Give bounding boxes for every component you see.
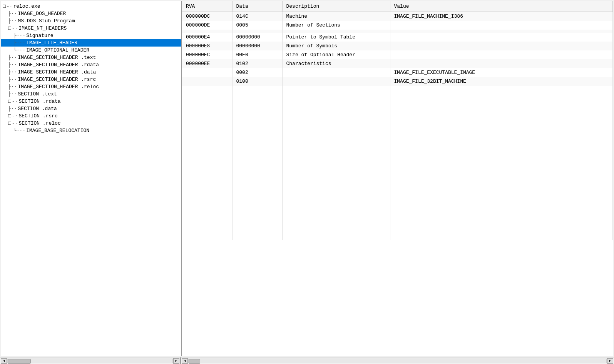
empty-row — [182, 140, 613, 147]
cell-data: 014C — [232, 12, 282, 21]
table-row[interactable]: 000000E400000000Pointer to Symbol Table — [182, 33, 613, 42]
cell-data: 0002 — [232, 68, 282, 77]
col-header-rva: RVA — [182, 1, 232, 12]
connector: -· — [7, 3, 13, 9]
col-header-value: Value — [390, 1, 613, 12]
empty-row — [182, 170, 613, 178]
cell-value — [390, 33, 613, 42]
connector: ├·· — [8, 62, 17, 68]
cell-data: 0102 — [232, 59, 282, 68]
tree-label: IMAGE_SECTION_HEADER .reloc — [18, 84, 99, 90]
connector: ├·· — [8, 18, 17, 24]
connector: -· — [12, 99, 18, 104]
empty-row — [182, 217, 613, 224]
tree-label: reloc.exe — [13, 3, 40, 9]
connector: -· — [12, 25, 18, 31]
cell-data: 00000000 — [232, 33, 282, 42]
tree-item-ms-dos-stub[interactable]: ├··MS-DOS Stub Program — [1, 17, 181, 25]
tree-item-image-nt-headers[interactable]: □-·IMAGE_NT_HEADERS — [1, 25, 181, 32]
cell-data: 00000000 — [232, 42, 282, 50]
empty-row — [182, 232, 613, 240]
expand-icon[interactable]: □ — [8, 99, 11, 104]
tree-label: SECTION .rdata — [18, 99, 60, 104]
empty-row — [182, 117, 613, 124]
tree-label: IMAGE_SECTION_HEADER .rsrc — [18, 77, 96, 82]
right-scroll-thumb[interactable] — [189, 359, 200, 364]
table-row[interactable]: 000000EE0102Characteristics — [182, 59, 613, 68]
connector: ├·· — [8, 106, 17, 112]
table-row[interactable]: 000000EC00E0Size of Optional Header — [182, 50, 613, 59]
cell-rva: 000000E8 — [182, 42, 232, 50]
tree-item-section-data[interactable]: ├··SECTION .data — [1, 105, 181, 112]
tree-item-section-header-data[interactable]: ├··IMAGE_SECTION_HEADER .data — [1, 68, 181, 76]
tree-label: IMAGE_OPTIONAL_HEADER — [26, 47, 89, 53]
cell-rva: 000000E4 — [182, 33, 232, 42]
left-scrollbar[interactable]: ◀ ▶ — [0, 357, 181, 364]
scroll-right-arrow[interactable]: ▶ — [173, 358, 179, 364]
right-scroll-track[interactable] — [188, 359, 607, 363]
cell-rva: 000000EC — [182, 50, 232, 59]
empty-row — [182, 194, 613, 201]
tree-item-image-base-relocation[interactable]: └···IMAGE_BASE_RELOCATION — [1, 127, 181, 134]
expand-icon[interactable]: □ — [8, 120, 11, 126]
empty-row — [182, 224, 613, 232]
expand-icon[interactable]: □ — [8, 113, 11, 119]
tree-label: IMAGE_SECTION_HEADER .text — [18, 55, 96, 60]
right-scrollbar[interactable]: ◀ ▶ — [181, 357, 614, 364]
cell-description — [282, 77, 390, 86]
cell-value — [390, 59, 613, 68]
tree-label: SECTION .reloc — [18, 120, 60, 126]
tree-item-section-header-reloc[interactable]: ├··IMAGE_SECTION_HEADER .reloc — [1, 83, 181, 90]
cell-description: Number of Symbols — [282, 42, 390, 50]
empty-row — [182, 186, 613, 194]
empty-row — [182, 178, 613, 186]
tree-label: IMAGE_SECTION_HEADER .data — [18, 69, 96, 75]
right-scroll-left-arrow[interactable]: ◀ — [182, 358, 188, 364]
table-row[interactable] — [182, 30, 613, 33]
tree-item-image-optional-header[interactable]: └···IMAGE_OPTIONAL_HEADER — [1, 47, 181, 54]
table-row[interactable]: 000000E800000000Number of Symbols — [182, 42, 613, 50]
cell-description: Number of Sections — [282, 21, 390, 30]
tree-item-section-header-text[interactable]: ├··IMAGE_SECTION_HEADER .text — [1, 54, 181, 61]
connector: -· — [12, 120, 18, 126]
right-scroll-right-arrow[interactable]: ▶ — [607, 358, 613, 364]
connector: ├··· — [13, 33, 25, 38]
table-row[interactable]: 0002IMAGE_FILE_EXECUTABLE_IMAGE — [182, 68, 613, 77]
left-scroll-track[interactable] — [7, 359, 173, 363]
empty-row — [182, 201, 613, 209]
main-container: □-·reloc.exe├··IMAGE_DOS_HEADER├··MS-DOS… — [1, 1, 613, 356]
tree-label: IMAGE_DOS_HEADER — [18, 11, 66, 17]
tree-item-image-file-header[interactable]: ├···IMAGE_FILE_HEADER — [1, 39, 181, 47]
tree-item-section-rsrc[interactable]: □-·SECTION .rsrc — [1, 112, 181, 120]
tree-item-signature[interactable]: ├···Signature — [1, 32, 181, 39]
tree-item-section-header-rsrc[interactable]: ├··IMAGE_SECTION_HEADER .rsrc — [1, 76, 181, 83]
tree-item-section-rdata[interactable]: □-·SECTION .rdata — [1, 98, 181, 105]
table-row[interactable]: 000000DE0005Number of Sections — [182, 21, 613, 30]
tree-item-section-text[interactable]: ├··SECTION .text — [1, 90, 181, 98]
cell-rva: 000000DE — [182, 21, 232, 30]
tree-item-section-reloc[interactable]: □-·SECTION .reloc — [1, 120, 181, 127]
left-scroll-thumb[interactable] — [8, 359, 31, 364]
cell-description: Pointer to Symbol Table — [282, 33, 390, 42]
table-row[interactable]: 000000DC014CMachineIMAGE_FILE_MACHINE_I3… — [182, 12, 613, 21]
tree-item-image-dos-header[interactable]: ├··IMAGE_DOS_HEADER — [1, 10, 181, 17]
scroll-left-arrow[interactable]: ◀ — [1, 358, 7, 364]
empty-row — [182, 86, 613, 94]
cell-rva — [182, 30, 232, 33]
empty-row — [182, 155, 613, 163]
tree-label: IMAGE_SECTION_HEADER .rdata — [18, 62, 99, 68]
tree-item-reloc-exe[interactable]: □-·reloc.exe — [1, 3, 181, 10]
table-panel[interactable]: RVA Data Description Value 000000DC014CM… — [182, 1, 613, 356]
tree-panel[interactable]: □-·reloc.exe├··IMAGE_DOS_HEADER├··MS-DOS… — [1, 1, 182, 356]
data-table: RVA Data Description Value 000000DC014CM… — [182, 1, 613, 240]
tree-item-section-header-rdata[interactable]: ├··IMAGE_SECTION_HEADER .rdata — [1, 61, 181, 68]
expand-icon[interactable]: □ — [8, 25, 11, 31]
expand-icon[interactable]: □ — [3, 3, 6, 9]
empty-row — [182, 132, 613, 140]
cell-description: Machine — [282, 12, 390, 21]
tree-label: IMAGE_FILE_HEADER — [26, 40, 77, 46]
cell-value — [390, 50, 613, 59]
cell-value: IMAGE_FILE_MACHINE_I386 — [390, 12, 613, 21]
table-row[interactable]: 0100IMAGE_FILE_32BIT_MACHINE — [182, 77, 613, 86]
tree-label: SECTION .text — [18, 91, 57, 97]
